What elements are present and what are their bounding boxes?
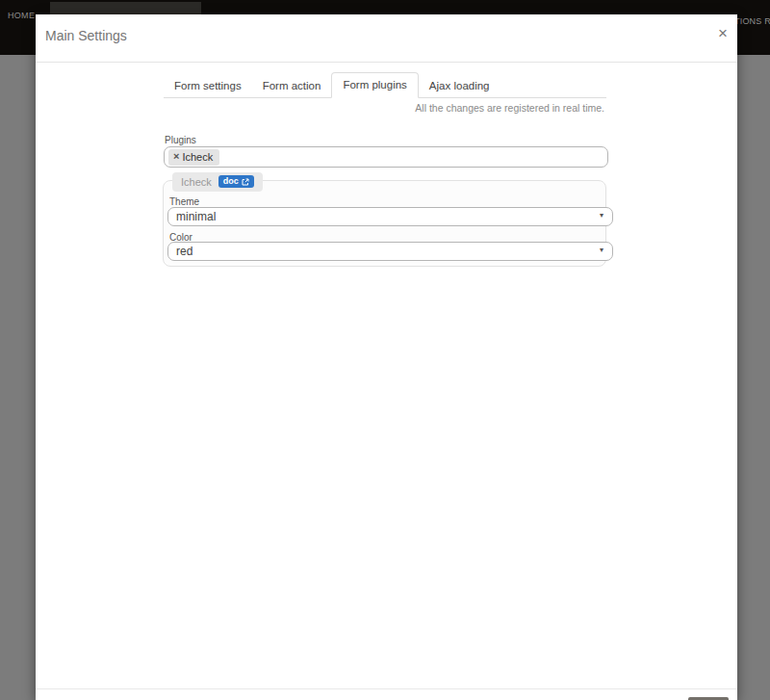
close-icon[interactable]: × [716,25,730,41]
doc-badge-label: doc [223,177,239,186]
theme-select-value: minimal [176,210,216,223]
settings-tabs: Form settings Form action Form plugins A… [164,73,606,98]
plugin-tag-icheck: × Icheck [168,149,219,166]
theme-field-label: Theme [169,196,199,207]
tab-form-action[interactable]: Form action [252,74,332,98]
modal-header: Main Settings × [36,14,737,63]
nav-right-text[interactable]: TIONS RE [734,16,770,26]
color-select[interactable]: red ▾ [167,242,613,261]
icheck-legend-label: Icheck [181,176,212,188]
main-settings-modal: Main Settings × Form settings Form actio… [36,14,737,700]
tab-form-plugins[interactable]: Form plugins [331,72,418,98]
theme-select[interactable]: minimal ▾ [167,207,613,226]
tab-form-settings[interactable]: Form settings [164,74,252,98]
tab-ajax-loading[interactable]: Ajax loading [419,74,500,98]
external-link-icon [242,178,249,186]
modal-title: Main Settings [45,28,127,43]
icheck-settings-fieldset: Icheck doc Theme minimal ▾ Color red [163,180,606,267]
chevron-down-icon: ▾ [600,211,603,220]
plugins-tags-input[interactable]: × Icheck [164,146,608,168]
color-select-value: red [176,245,192,258]
modal-footer [36,688,737,700]
icheck-legend: Icheck doc [172,172,263,192]
remove-tag-icon[interactable]: × [173,151,179,162]
realtime-note: All the changes are registered in real t… [415,102,604,114]
nav-item-active-highlight[interactable] [50,2,201,14]
plugin-tag-label: Icheck [182,151,213,163]
doc-badge[interactable]: doc [218,175,254,188]
chevron-down-icon: ▾ [600,246,603,254]
plugins-field-label: Plugins [165,135,196,145]
nav-item-home[interactable]: HOME [8,11,35,20]
